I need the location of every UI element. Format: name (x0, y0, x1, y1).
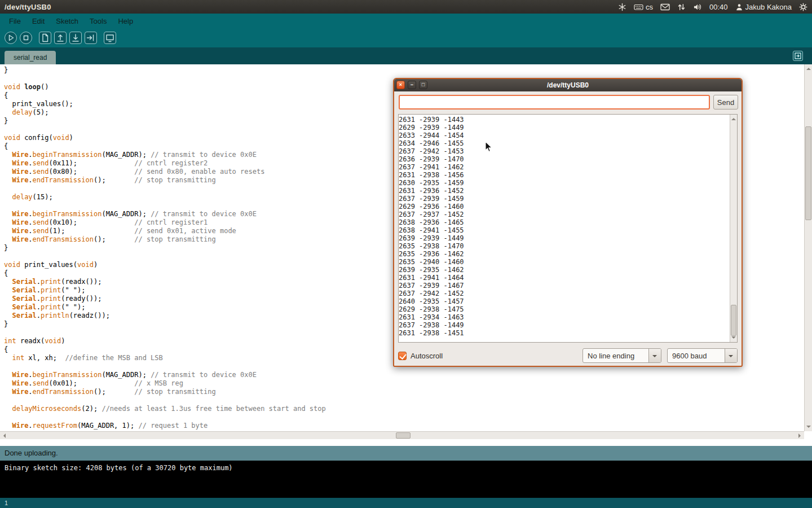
scroll-up-icon[interactable] (806, 65, 811, 70)
serial-line: 2637 -2942 -1453 (399, 147, 730, 155)
minimize-icon[interactable]: − (408, 81, 416, 89)
serial-monitor-footer: Autoscroll No line ending 9600 baud (398, 348, 738, 364)
toolbar (0, 28, 812, 47)
chevron-down-icon[interactable] (648, 349, 661, 362)
line-ending-select[interactable]: No line ending (582, 348, 661, 363)
editor-horizontal-scrollbar[interactable] (0, 431, 804, 439)
status-bar: Done uploading. (0, 446, 812, 461)
user-menu[interactable]: Jakub Kakona (735, 3, 792, 11)
keyboard-layout-label: cs (646, 3, 653, 11)
serial-line: 2637 -2937 -1452 (399, 211, 730, 218)
serial-line: 2629 -2936 -1460 (399, 203, 730, 211)
clock[interactable]: 00:40 (709, 3, 728, 11)
indicator-icon[interactable] (618, 3, 626, 11)
menu-tools[interactable]: Tools (84, 14, 112, 28)
serial-output-wrap: 2631 -2939 -14432629 -2939 -14492633 -29… (398, 114, 738, 343)
keyboard-layout-indicator[interactable]: cs (634, 3, 653, 11)
serial-line: 2635 -2936 -1462 (399, 250, 730, 258)
chevron-down-icon[interactable] (725, 349, 737, 362)
menu-file[interactable]: File (3, 14, 27, 28)
editor-hscroll-thumb[interactable] (396, 432, 411, 439)
code-line: } (4, 66, 804, 75)
console-output: Binary sketch size: 4208 bytes (of a 307… (0, 461, 812, 498)
window-controls: × − □ (396, 81, 427, 89)
scroll-right-icon[interactable] (798, 433, 803, 438)
editor-vertical-scrollbar[interactable] (804, 64, 812, 431)
serial-scroll-up-icon[interactable] (731, 116, 736, 120)
serial-line: 2639 -2939 -1449 (399, 234, 730, 242)
scroll-down-icon[interactable] (806, 426, 811, 430)
code-line: Wire.requestFrom(MAG_ADDR, 1); // reques… (4, 422, 804, 430)
serial-line: 2637 -2939 -1467 (399, 282, 730, 290)
serial-vscroll-thumb[interactable] (731, 305, 736, 336)
serial-line: 2631 -2936 -1452 (399, 187, 730, 195)
system-top-panel: /dev/ttyUSB0 cs (0, 0, 812, 14)
tab-label: serial_read (14, 54, 47, 62)
username-label: Jakub Kakona (745, 3, 792, 11)
stop-button[interactable] (20, 32, 32, 44)
autoscroll-label: Autoscroll (411, 352, 443, 360)
code-line (4, 413, 804, 422)
serial-line: 2631 -2941 -1464 (399, 274, 730, 282)
serial-line: 2638 -2941 -1455 (399, 226, 730, 234)
editor-bottom-gap (0, 439, 812, 446)
serial-line: 2631 -2938 -1451 (399, 329, 730, 337)
serial-vertical-scrollbar[interactable] (730, 115, 737, 342)
serial-line: 2630 -2935 -1459 (399, 179, 730, 187)
serial-line: 2635 -2940 -1460 (399, 258, 730, 266)
editor-vscroll-thumb[interactable] (805, 126, 811, 220)
serial-line: 2631 -2934 -1463 (399, 313, 730, 321)
tab-serial-read[interactable]: serial_read (5, 51, 56, 64)
serial-monitor-button[interactable] (104, 32, 116, 44)
serial-line: 2631 -2938 -1456 (399, 171, 730, 179)
scroll-left-icon[interactable] (1, 433, 6, 438)
serial-line: 2631 -2939 -1443 (399, 116, 730, 124)
maximize-icon[interactable]: □ (419, 81, 427, 89)
tabbar: serial_read (0, 47, 812, 64)
code-line: Wire.send(0x01); // x MSB reg (4, 379, 804, 388)
save-button[interactable] (69, 32, 82, 44)
panel-indicators: cs 00:40 Jakub (618, 3, 807, 11)
serial-line: 2637 -2941 -1462 (399, 163, 730, 171)
session-gear-icon[interactable] (799, 3, 807, 11)
mail-icon[interactable] (660, 3, 670, 11)
open-button[interactable] (54, 32, 67, 44)
keyboard-icon (634, 3, 643, 11)
new-sketch-button[interactable] (39, 32, 51, 44)
serial-monitor-window: × − □ /dev/ttyUSB0 Send 2631 -2939 -1443… (393, 78, 743, 367)
menu-help[interactable]: Help (112, 14, 139, 28)
line-number-indicator: 1 (0, 498, 812, 508)
verify-button[interactable] (5, 32, 17, 44)
serial-send-input[interactable] (399, 95, 710, 110)
menu-sketch[interactable]: Sketch (50, 14, 84, 28)
autoscroll-checkbox[interactable] (398, 352, 407, 360)
menu-edit[interactable]: Edit (27, 14, 50, 28)
network-transfer-icon[interactable] (677, 3, 686, 11)
serial-monitor-titlebar[interactable]: × − □ /dev/ttyUSB0 (394, 79, 742, 91)
serial-line: 2637 -2939 -1459 (399, 195, 730, 203)
code-line: Wire.endTransmission(); // stop transmit… (4, 388, 804, 396)
code-line: Wire.beginTransmission(MAG_ADDR); // tra… (4, 371, 804, 379)
tab-menu-icon (794, 52, 802, 60)
serial-line: 2629 -2939 -1449 (399, 124, 730, 132)
serial-line: 2629 -2938 -1475 (399, 305, 730, 313)
volume-icon[interactable] (693, 3, 702, 11)
send-button[interactable]: Send (713, 95, 738, 110)
serial-scroll-down-icon[interactable] (731, 336, 736, 341)
baud-rate-select[interactable]: 9600 baud (667, 348, 738, 363)
upload-button[interactable] (85, 32, 97, 44)
serial-line: 2637 -2942 -1452 (399, 290, 730, 297)
serial-line: 2634 -2946 -1455 (399, 139, 730, 147)
serial-monitor-title: /dev/ttyUSB0 (547, 81, 589, 89)
arduino-ide-screen: /dev/ttyUSB0 cs (0, 0, 812, 508)
serial-line: 2638 -2936 -1465 (399, 218, 730, 226)
line-ending-value: No line ending (583, 352, 648, 360)
close-icon[interactable]: × (396, 81, 405, 89)
code-line: delayMicroseconds(2); //needs at least 1… (4, 405, 804, 413)
serial-line: 2637 -2938 -1449 (399, 321, 730, 329)
serial-output[interactable]: 2631 -2939 -14432629 -2939 -14492633 -29… (399, 115, 730, 342)
active-window-title: /dev/ttyUSB0 (5, 3, 51, 11)
user-icon (735, 3, 743, 11)
baud-rate-value: 9600 baud (668, 352, 725, 360)
tab-menu-button[interactable] (793, 51, 803, 61)
